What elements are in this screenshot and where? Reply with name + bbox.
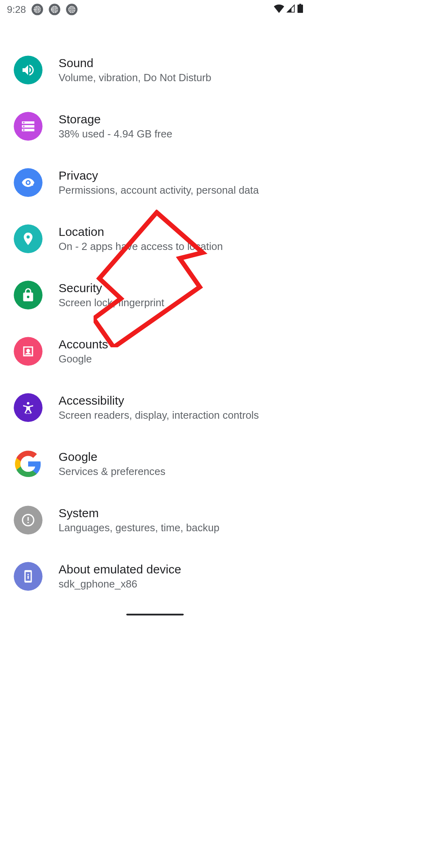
item-subtitle: 38% used - 4.94 GB free <box>59 128 172 140</box>
spotify-icon <box>32 4 43 15</box>
nav-handle[interactable] <box>126 614 184 615</box>
status-right <box>274 4 303 15</box>
item-title: Sound <box>59 56 211 70</box>
item-text: System Languages, gestures, time, backup <box>59 506 219 534</box>
item-text: Security Screen lock, fingerprint <box>59 281 164 309</box>
item-title: Privacy <box>59 169 259 182</box>
settings-item-system[interactable]: System Languages, gestures, time, backup <box>0 492 310 548</box>
item-text: Accounts Google <box>59 338 108 365</box>
item-text: Location On - 2 apps have access to loca… <box>59 225 223 253</box>
item-subtitle: Services & preferences <box>59 466 166 478</box>
status-left: 9:28 <box>7 4 78 15</box>
item-title: Security <box>59 281 164 295</box>
item-title: Accounts <box>59 338 108 351</box>
item-subtitle: Permissions, account activity, personal … <box>59 184 259 197</box>
item-subtitle: Volume, vibration, Do Not Disturb <box>59 72 211 84</box>
item-subtitle: Screen lock, fingerprint <box>59 297 164 309</box>
item-subtitle: Screen readers, display, interaction con… <box>59 409 259 422</box>
item-title: System <box>59 506 219 520</box>
item-subtitle: Languages, gestures, time, backup <box>59 522 219 534</box>
security-icon <box>14 281 42 309</box>
location-icon <box>14 225 42 253</box>
settings-item-security[interactable]: Security Screen lock, fingerprint <box>0 267 310 323</box>
item-title: Accessibility <box>59 394 259 407</box>
settings-item-accounts[interactable]: Accounts Google <box>0 323 310 379</box>
about-icon <box>14 562 42 591</box>
cellular-icon <box>287 4 295 15</box>
accounts-icon <box>14 337 42 366</box>
settings-item-about[interactable]: About emulated device sdk_gphone_x86 <box>0 548 310 604</box>
wifi-icon <box>274 4 284 15</box>
storage-icon <box>14 112 42 141</box>
settings-item-accessibility[interactable]: Accessibility Screen readers, display, i… <box>0 379 310 436</box>
google-icon <box>14 450 42 478</box>
item-subtitle: Google <box>59 353 108 365</box>
item-text: Storage 38% used - 4.94 GB free <box>59 113 172 140</box>
item-subtitle: On - 2 apps have access to location <box>59 241 223 253</box>
settings-item-google[interactable]: Google Services & preferences <box>0 436 310 492</box>
accessibility-icon <box>14 393 42 422</box>
settings-list: Sound Volume, vibration, Do Not Disturb … <box>0 19 310 604</box>
system-icon <box>14 506 42 534</box>
settings-item-privacy[interactable]: Privacy Permissions, account activity, p… <box>0 154 310 211</box>
settings-item-storage[interactable]: Storage 38% used - 4.94 GB free <box>0 98 310 154</box>
item-title: Google <box>59 450 166 464</box>
settings-item-sound[interactable]: Sound Volume, vibration, Do Not Disturb <box>0 42 310 98</box>
item-text: Google Services & preferences <box>59 450 166 478</box>
spotify-icon <box>49 4 61 15</box>
status-time: 9:28 <box>7 4 26 15</box>
battery-icon <box>297 4 303 15</box>
item-title: Storage <box>59 113 172 126</box>
item-title: Location <box>59 225 223 239</box>
settings-item-location[interactable]: Location On - 2 apps have access to loca… <box>0 211 310 267</box>
item-text: Privacy Permissions, account activity, p… <box>59 169 259 197</box>
item-text: Sound Volume, vibration, Do Not Disturb <box>59 56 211 84</box>
item-text: Accessibility Screen readers, display, i… <box>59 394 259 422</box>
item-title: About emulated device <box>59 563 181 576</box>
sound-icon <box>14 56 42 84</box>
item-subtitle: sdk_gphone_x86 <box>59 578 181 590</box>
spotify-icon <box>66 4 78 15</box>
status-bar: 9:28 <box>0 0 310 19</box>
privacy-icon <box>14 168 42 197</box>
item-text: About emulated device sdk_gphone_x86 <box>59 563 181 590</box>
